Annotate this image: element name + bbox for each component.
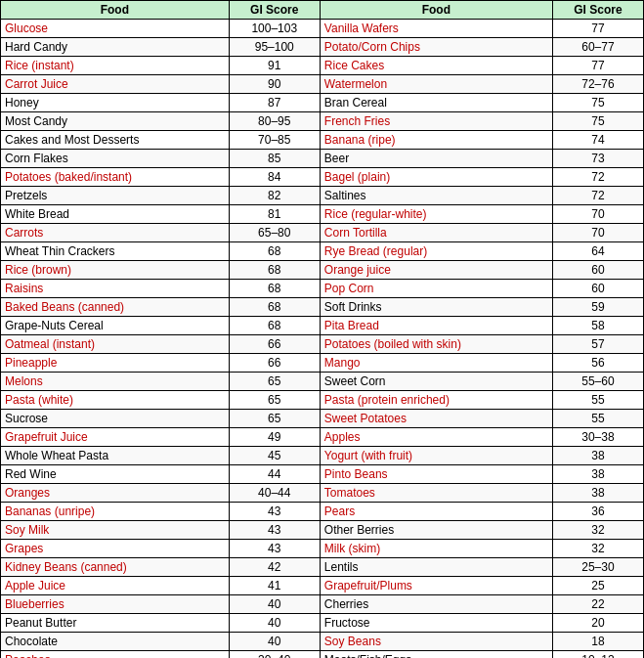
food-name-right: Corn Tortilla bbox=[320, 224, 552, 242]
food-name-left: Rice (instant) bbox=[1, 57, 230, 75]
food-name-right: Meats/Fish/Eggs bbox=[320, 651, 552, 659]
gi-score-left: 82 bbox=[229, 187, 320, 205]
food-name-left: Peanut Butter bbox=[1, 614, 230, 633]
gi-score-left: 49 bbox=[229, 428, 320, 447]
gi-score-left: 68 bbox=[229, 261, 320, 280]
gi-score-right: 72 bbox=[552, 187, 643, 205]
gi-score-right: 38 bbox=[552, 484, 643, 503]
food-name-right: Orange juice bbox=[320, 261, 552, 280]
table-row: Wheat Thin Crackers68Rye Bread (regular)… bbox=[1, 242, 644, 261]
col4-header: GI Score bbox=[552, 1, 643, 20]
table-row: Pretzels82Saltines72 bbox=[1, 187, 644, 205]
food-name-left: Peaches bbox=[1, 651, 230, 659]
gi-score-right: 64 bbox=[552, 242, 643, 261]
table-row: Blueberries40Cherries22 bbox=[1, 595, 644, 614]
food-name-right: Soft Drinks bbox=[320, 298, 552, 317]
table-row: Pineapple66Mango56 bbox=[1, 354, 644, 373]
table-row: Raisins68Pop Corn60 bbox=[1, 280, 644, 298]
food-name-left: Grape-Nuts Cereal bbox=[1, 317, 230, 335]
gi-score-right: 72–76 bbox=[552, 75, 643, 94]
gi-table: Food GI Score Food GI Score Glucose100–1… bbox=[0, 0, 644, 658]
gi-score-left: 43 bbox=[229, 503, 320, 521]
food-name-left: Honey bbox=[1, 94, 230, 112]
table-row: Potatoes (baked/instant)84Bagel (plain)7… bbox=[1, 168, 644, 187]
food-name-right: Bran Cereal bbox=[320, 94, 552, 112]
food-name-left: Red Wine bbox=[1, 465, 230, 484]
food-name-right: Potato/Corn Chips bbox=[320, 38, 552, 57]
gi-score-right: 18 bbox=[552, 633, 643, 651]
gi-score-right: 10–12 bbox=[552, 651, 643, 659]
gi-score-left: 40–44 bbox=[229, 484, 320, 503]
table-row: Melons65Sweet Corn55–60 bbox=[1, 373, 644, 391]
gi-score-right: 55 bbox=[552, 410, 643, 428]
food-name-left: Blueberries bbox=[1, 595, 230, 614]
food-name-right: Rye Bread (regular) bbox=[320, 242, 552, 261]
table-row: Pasta (white)65Pasta (protein enriched)5… bbox=[1, 391, 644, 410]
table-row: Soy Milk43Other Berries32 bbox=[1, 521, 644, 540]
gi-score-right: 72 bbox=[552, 168, 643, 187]
gi-score-right: 25–30 bbox=[552, 558, 643, 577]
gi-score-left: 95–100 bbox=[229, 38, 320, 57]
gi-score-left: 91 bbox=[229, 57, 320, 75]
gi-score-left: 84 bbox=[229, 168, 320, 187]
food-name-left: Wheat Thin Crackers bbox=[1, 242, 230, 261]
gi-score-left: 43 bbox=[229, 540, 320, 558]
gi-score-left: 70–85 bbox=[229, 131, 320, 150]
table-row: Grape-Nuts Cereal68Pita Bread58 bbox=[1, 317, 644, 335]
food-name-left: Carrots bbox=[1, 224, 230, 242]
food-name-right: Soy Beans bbox=[320, 633, 552, 651]
table-row: Peanut Butter40Fructose20 bbox=[1, 614, 644, 633]
gi-score-right: 73 bbox=[552, 150, 643, 168]
gi-score-right: 22 bbox=[552, 595, 643, 614]
gi-score-left: 68 bbox=[229, 280, 320, 298]
food-name-right: Cherries bbox=[320, 595, 552, 614]
table-row: Red Wine44Pinto Beans38 bbox=[1, 465, 644, 484]
food-name-left: Corn Flakes bbox=[1, 150, 230, 168]
food-name-right: Rice Cakes bbox=[320, 57, 552, 75]
gi-score-right: 75 bbox=[552, 94, 643, 112]
food-name-right: Beer bbox=[320, 150, 552, 168]
gi-score-left: 66 bbox=[229, 335, 320, 354]
gi-score-right: 60 bbox=[552, 261, 643, 280]
table-row: Sucrose65Sweet Potatoes55 bbox=[1, 410, 644, 428]
food-name-left: Apple Juice bbox=[1, 577, 230, 595]
food-name-right: Sweet Potatoes bbox=[320, 410, 552, 428]
food-name-left: Most Candy bbox=[1, 112, 230, 131]
gi-score-right: 58 bbox=[552, 317, 643, 335]
food-name-right: Yogurt (with fruit) bbox=[320, 447, 552, 465]
food-name-right: Bagel (plain) bbox=[320, 168, 552, 187]
food-name-right: Apples bbox=[320, 428, 552, 447]
food-name-right: Watermelon bbox=[320, 75, 552, 94]
gi-score-left: 45 bbox=[229, 447, 320, 465]
table-row: Baked Beans (canned)68Soft Drinks59 bbox=[1, 298, 644, 317]
food-name-left: Oatmeal (instant) bbox=[1, 335, 230, 354]
food-name-right: Potatoes (boiled with skin) bbox=[320, 335, 552, 354]
table-row: Cakes and Most Desserts70–85Banana (ripe… bbox=[1, 131, 644, 150]
table-row: Oranges40–44Tomatoes38 bbox=[1, 484, 644, 503]
food-name-left: Chocolate bbox=[1, 633, 230, 651]
gi-score-left: 41 bbox=[229, 577, 320, 595]
gi-score-left: 68 bbox=[229, 317, 320, 335]
food-name-left: Hard Candy bbox=[1, 38, 230, 57]
gi-score-left: 81 bbox=[229, 205, 320, 224]
food-name-left: Carrot Juice bbox=[1, 75, 230, 94]
gi-score-right: 59 bbox=[552, 298, 643, 317]
table-row: Grapes43Milk (skim)32 bbox=[1, 540, 644, 558]
gi-score-right: 56 bbox=[552, 354, 643, 373]
table-row: Rice (instant)91Rice Cakes77 bbox=[1, 57, 644, 75]
food-name-right: Pita Bread bbox=[320, 317, 552, 335]
gi-score-left: 30–40 bbox=[229, 651, 320, 659]
gi-score-left: 65–80 bbox=[229, 224, 320, 242]
col1-header: Food bbox=[1, 1, 230, 20]
food-name-left: Kidney Beans (canned) bbox=[1, 558, 230, 577]
table-row: Oatmeal (instant)66Potatoes (boiled with… bbox=[1, 335, 644, 354]
gi-score-right: 55 bbox=[552, 391, 643, 410]
table-row: Corn Flakes85Beer73 bbox=[1, 150, 644, 168]
gi-score-right: 60 bbox=[552, 280, 643, 298]
table-row: Carrot Juice90Watermelon72–76 bbox=[1, 75, 644, 94]
table-row: Apple Juice41Grapefruit/Plums25 bbox=[1, 577, 644, 595]
table-row: Rice (brown)68Orange juice60 bbox=[1, 261, 644, 280]
gi-score-right: 30–38 bbox=[552, 428, 643, 447]
gi-score-right: 20 bbox=[552, 614, 643, 633]
food-name-right: Banana (ripe) bbox=[320, 131, 552, 150]
